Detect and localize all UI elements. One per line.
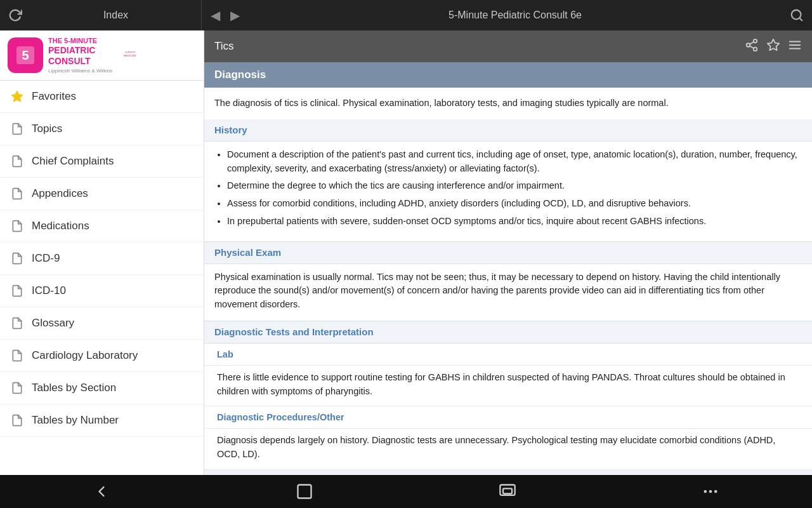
doc-icon-glossary (10, 316, 24, 330)
sidebar-item-cardiology-laboratory-label: Cardiology Laboratory (32, 349, 138, 362)
app-logo: 5 THE 5-MINUTE PEDIATRICCONSULT Lippinco… (8, 37, 143, 74)
sidebar-item-chief-complaints-label: Chief Complaints (32, 155, 114, 168)
sidebar-item-icd9-label: ICD-9 (32, 252, 60, 265)
history-bullets: Document a description of the patient's … (214, 148, 802, 229)
content-title: Tics (214, 40, 234, 53)
svg-point-19 (710, 491, 711, 492)
svg-text:unbound: unbound (126, 50, 136, 53)
logo-text-main: PEDIATRICCONSULT (48, 45, 112, 67)
history-bullet-3: Assess for comorbid conditions, includin… (227, 197, 802, 211)
content-header: Tics (204, 30, 812, 62)
doc-icon-tables-by-number (10, 413, 24, 427)
logo-text-top: THE 5-MINUTE (48, 37, 112, 45)
history-bullet-4: In prepubertal patients with severe, sud… (227, 215, 802, 229)
search-button[interactable] (782, 8, 812, 22)
content-actions (745, 38, 802, 55)
sidebar-item-medications-label: Medications (32, 220, 89, 232)
recents-button[interactable] (495, 479, 520, 504)
sidebar-item-tables-by-section[interactable]: Tables by Section (0, 372, 204, 404)
sidebar-item-tables-by-number[interactable]: Tables by Number (0, 404, 204, 437)
back-system-button[interactable] (89, 479, 114, 504)
history-content: Document a description of the patient's … (204, 142, 812, 242)
refresh-button[interactable] (0, 8, 30, 22)
sidebar-item-icd10[interactable]: ICD-10 (0, 275, 204, 307)
index-label[interactable]: Index (30, 0, 202, 30)
sidebar-item-appendices-label: Appendices (32, 187, 88, 200)
svg-point-21 (705, 491, 706, 492)
doc-icon-topics (10, 122, 24, 136)
history-bullet-2: Determine the degree to which the tics a… (227, 179, 802, 193)
content-area: Tics (204, 30, 812, 475)
content-body[interactable]: Diagnosis The diagnosis of tics is clini… (204, 62, 812, 475)
sidebar-item-glossary-label: Glossary (32, 317, 74, 330)
lab-sub-header: Lab (204, 344, 812, 366)
top-bar: Index ◀ ▶ 5-Minute Pediatric Consult 6e (0, 0, 812, 30)
sidebar-item-glossary[interactable]: Glossary (0, 307, 204, 340)
differential-diagnosis-subsection-header: Differential Diagnosis (204, 470, 812, 475)
sidebar-item-medications[interactable]: Medications (0, 210, 204, 243)
sidebar-item-tables-by-number-label: Tables by Number (32, 414, 119, 427)
sidebar-item-icd9[interactable]: ICD-9 (0, 243, 204, 275)
doc-icon-icd10 (10, 284, 24, 298)
svg-rect-16 (298, 485, 311, 498)
diagnostic-procedures-title: Diagnostic Procedures/Other (217, 412, 344, 422)
svg-marker-6 (11, 91, 23, 102)
menu-button[interactable] (788, 38, 802, 55)
sidebar-item-topics[interactable]: Topics (0, 113, 204, 145)
svg-line-1 (799, 18, 802, 20)
forward-button[interactable]: ▶ (226, 8, 244, 23)
history-title: History (214, 124, 247, 135)
diagnosis-section-title: Diagnosis (214, 69, 266, 81)
svg-text:MEDICINE: MEDICINE (124, 53, 137, 57)
svg-rect-18 (503, 488, 512, 493)
nav-controls: ◀ ▶ (202, 8, 249, 23)
sidebar-header: 5 THE 5-MINUTE PEDIATRICCONSULT Lippinco… (0, 30, 204, 81)
unbound-logo: unbound MEDICINE (117, 44, 143, 66)
sidebar-item-topics-label: Topics (32, 123, 62, 135)
star-icon (10, 90, 24, 104)
sidebar-item-appendices[interactable]: Appendices (0, 178, 204, 210)
share-button[interactable] (745, 38, 759, 55)
svg-marker-12 (768, 39, 779, 50)
diagnostic-tests-title: Diagnostic Tests and Interpretation (214, 326, 374, 337)
doc-icon-chief-complaints (10, 154, 24, 168)
sidebar-item-icd10-label: ICD-10 (32, 284, 66, 297)
diagnostic-tests-subsection-header: Diagnostic Tests and Interpretation (204, 321, 812, 344)
logo-icon: 5 (8, 37, 43, 73)
history-subsection-header: History (204, 119, 812, 142)
index-text: Index (103, 10, 128, 21)
diagnostic-procedures-sub-header: Diagnostic Procedures/Other (204, 406, 812, 429)
lab-title: Lab (217, 349, 233, 359)
logo-text-brand: Lippincott Williams & Wilkins (48, 68, 112, 74)
sidebar-item-tables-by-section-label: Tables by Section (32, 382, 116, 394)
doc-icon-icd9 (10, 251, 24, 265)
diagnosis-section-header: Diagnosis (204, 62, 812, 88)
diagnosis-intro: The diagnosis of tics is clinical. Physi… (204, 88, 812, 119)
svg-line-10 (750, 46, 754, 48)
home-button[interactable] (292, 479, 317, 504)
lab-content: There is little evidence to support rout… (204, 366, 812, 407)
sidebar-item-cardiology-laboratory[interactable]: Cardiology Laboratory (0, 340, 204, 372)
doc-icon-cardiology-laboratory (10, 349, 24, 363)
sidebar-item-favorites[interactable]: Favorites (0, 81, 204, 113)
svg-text:5: 5 (22, 48, 29, 62)
physical-exam-content: Physical examination is usually normal. … (204, 264, 812, 321)
logo-text: THE 5-MINUTE PEDIATRICCONSULT Lippincott… (48, 37, 112, 74)
doc-icon-appendices (10, 187, 24, 201)
main-area: 5 THE 5-MINUTE PEDIATRICCONSULT Lippinco… (0, 30, 812, 475)
sidebar-item-chief-complaints[interactable]: Chief Complaints (0, 145, 204, 178)
svg-point-20 (715, 491, 716, 492)
physical-exam-title: Physical Exam (214, 247, 281, 258)
sidebar: 5 THE 5-MINUTE PEDIATRICCONSULT Lippinco… (0, 30, 204, 475)
svg-line-11 (750, 42, 754, 44)
sidebar-item-favorites-label: Favorites (32, 90, 76, 103)
diagnostic-procedures-content: Diagnosis depends largely on history. Di… (204, 429, 812, 470)
bottom-bar (0, 475, 812, 508)
back-button[interactable]: ◀ (207, 8, 224, 23)
doc-icon-medications (10, 219, 24, 233)
history-bullet-1: Document a description of the patient's … (227, 148, 802, 176)
physical-exam-subsection-header: Physical Exam (204, 242, 812, 264)
more-options-button[interactable] (698, 479, 723, 504)
app-title: 5-Minute Pediatric Consult 6e (249, 10, 782, 21)
bookmark-button[interactable] (766, 38, 780, 55)
